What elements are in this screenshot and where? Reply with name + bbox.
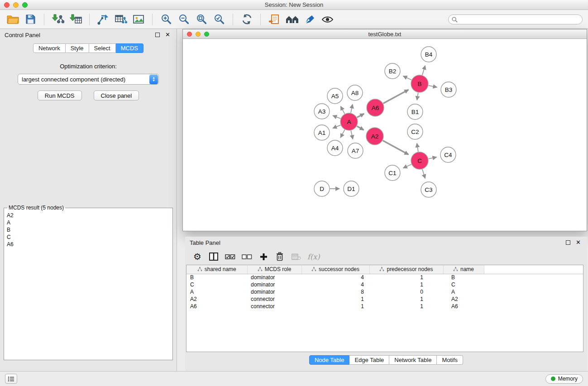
edge-A-A3[interactable] [333,115,340,119]
zoom-selected-icon[interactable] [212,12,226,27]
task-history-button[interactable] [5,374,17,384]
node-B2[interactable]: B2 [385,63,400,79]
delete-row-trash-icon[interactable] [275,252,285,261]
edge-A2-C[interactable] [383,141,409,155]
import-network-icon[interactable] [51,12,65,27]
edge-A-A8[interactable] [351,104,353,113]
node-A2[interactable]: A2 [366,128,383,145]
table-tab-node-table[interactable]: Node Table [309,355,350,365]
edge-A6-B[interactable] [383,90,409,103]
network-canvas[interactable]: B4B2BB3A5A8A6A3B1AC2A1A2A4A7C4CC1C3DD1 [183,39,587,231]
node-A4[interactable]: A4 [327,140,343,156]
table-row[interactable]: Bdominator41B [186,274,583,281]
zoom-out-icon[interactable] [177,12,191,27]
mcds-result-item[interactable]: B [5,226,171,234]
network-close-button[interactable] [187,32,192,37]
create-column-icon[interactable] [258,253,268,261]
annotations-icon[interactable] [302,12,317,27]
column-header-shared-name[interactable]: shared name [186,265,247,274]
select-all-columns-icon[interactable] [225,253,235,260]
memory-button[interactable]: Memory [545,374,583,384]
edge-A-A7[interactable] [351,131,353,139]
new-network-icon[interactable] [96,12,110,27]
table-row[interactable]: Cdominator41C [186,281,583,288]
zoom-window-button[interactable] [22,2,28,8]
table-tab-motifs[interactable]: Motifs [437,355,463,365]
float-table-panel-icon[interactable] [566,240,570,245]
run-mcds-button[interactable]: Run MCDS [38,91,82,100]
criterion-dropdown[interactable]: largest connected component (directed) ▲… [18,74,159,85]
network-snapshot-icon[interactable] [267,12,282,27]
show-columns-icon[interactable] [209,253,219,261]
node-C[interactable]: C [411,152,428,169]
node-A[interactable]: A [340,113,358,130]
node-B1[interactable]: B1 [407,104,423,119]
zoom-in-icon[interactable] [159,12,173,27]
table-tab-network-table[interactable]: Network Table [389,355,437,365]
node-C2[interactable]: C2 [407,124,423,139]
close-panel-icon[interactable]: ✕ [165,33,170,37]
edge-A-A4[interactable] [340,130,344,138]
node-C4[interactable]: C4 [440,147,456,162]
mcds-result-item[interactable]: C [5,234,171,241]
network-minimize-button[interactable] [196,32,201,37]
column-header-successor-nodes[interactable]: successor nodes [301,265,369,274]
edge-A-A5[interactable] [340,106,344,114]
open-file-icon[interactable] [5,12,20,27]
tab-network[interactable]: Network [33,43,66,53]
edge-C-C3[interactable] [422,169,425,178]
apply-layout-icon[interactable] [239,12,254,27]
node-B[interactable]: B [411,75,428,92]
close-panel-button[interactable]: Close panel [94,91,139,100]
network-window-titlebar[interactable]: testGlobe.txt [183,29,587,39]
edge-B-B1[interactable] [417,93,418,100]
float-panel-icon[interactable] [155,33,160,37]
tab-mcds[interactable]: MCDS [116,43,143,53]
node-B4[interactable]: B4 [421,47,436,62]
close-table-panel-icon[interactable]: ✕ [576,240,581,245]
edge-C-C4[interactable] [429,157,437,159]
edge-C-C1[interactable] [403,164,411,168]
tab-style[interactable]: Style [66,43,89,53]
table-row[interactable]: A6connector11A6 [186,303,583,310]
search-input[interactable] [448,14,583,24]
edge-A-A6[interactable] [357,114,364,117]
close-window-button[interactable] [4,2,10,8]
table-tab-edge-table[interactable]: Edge Table [349,355,389,365]
unselect-all-columns-icon[interactable] [242,253,252,260]
network-graph-svg[interactable]: B4B2BB3A5A8A6A3B1AC2A1A2A4A7C4CC1C3DD1 [183,39,587,231]
mcds-result-item[interactable]: A2 [5,212,171,219]
table-row[interactable]: A2connector11A2 [186,295,583,303]
edge-B-B2[interactable] [403,76,411,80]
node-A3[interactable]: A3 [314,104,330,119]
node-A7[interactable]: A7 [348,143,363,158]
table-settings-gear-icon[interactable]: ⚙ [192,252,202,261]
node-D1[interactable]: D1 [344,181,359,196]
network-zoom-button[interactable] [204,32,209,37]
edge-B-B3[interactable] [429,86,437,87]
clone-network-icon[interactable] [114,12,128,27]
column-header-name[interactable]: name [443,265,484,274]
column-header-mcds-role[interactable]: MCDS role [247,265,301,274]
node-C1[interactable]: C1 [385,165,400,181]
save-session-icon[interactable] [23,12,38,27]
zoom-fit-icon[interactable] [194,12,209,27]
import-table-icon[interactable] [68,12,83,27]
edge-C-C2[interactable] [417,143,418,152]
column-header-predecessor-nodes[interactable]: predecessor nodes [369,265,443,274]
node-A5[interactable]: A5 [327,88,343,104]
tab-select[interactable]: Select [89,43,116,53]
node-A1[interactable]: A1 [314,125,330,140]
node-D[interactable]: D [314,181,330,196]
overview-icon[interactable] [285,12,299,27]
edge-B-B4[interactable] [422,66,425,75]
toggle-visibility-icon[interactable] [320,12,335,27]
node-A8[interactable]: A8 [347,85,363,100]
edge-A-A2[interactable] [357,126,363,130]
node-C3[interactable]: C3 [421,182,436,197]
mcds-result-item[interactable]: A [5,219,171,226]
mcds-result-item[interactable]: A6 [5,241,171,248]
table-row[interactable]: Adominator80A [186,288,583,295]
edge-A-A1[interactable] [333,125,340,128]
node-B3[interactable]: B3 [441,82,456,97]
